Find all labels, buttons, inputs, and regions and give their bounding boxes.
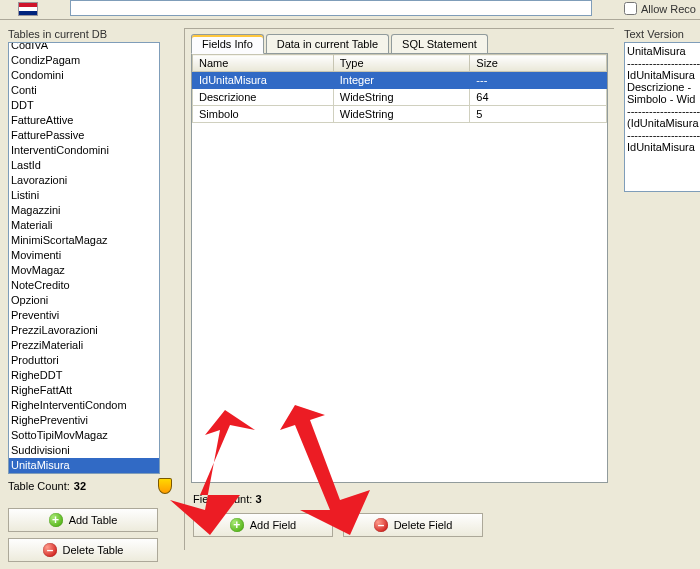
table-row[interactable]: SimboloWideString5 bbox=[193, 106, 607, 123]
table-count-label: Table Count: bbox=[8, 480, 70, 492]
table-count-value: 32 bbox=[74, 480, 86, 492]
field-count-label: Field Count: bbox=[193, 493, 252, 505]
fields-grid-container: Name Type Size IdUnitaMisuraInteger---De… bbox=[191, 53, 608, 483]
fields-grid[interactable]: Name Type Size IdUnitaMisuraInteger---De… bbox=[192, 54, 607, 123]
add-field-label: Add Field bbox=[250, 519, 296, 531]
text-version-panel: Text Version UnitaMisura----------------… bbox=[624, 28, 700, 192]
table-item[interactable]: Conti bbox=[9, 83, 159, 98]
delete-field-button[interactable]: － Delete Field bbox=[343, 513, 483, 537]
tab-sql-statement[interactable]: SQL Statement bbox=[391, 34, 488, 53]
cell-size[interactable]: 64 bbox=[470, 89, 607, 106]
table-item[interactable]: Listini bbox=[9, 188, 159, 203]
table-item[interactable]: RigheDDT bbox=[9, 368, 159, 383]
add-table-button[interactable]: + Add Table bbox=[8, 508, 158, 532]
shield-icon[interactable] bbox=[158, 478, 172, 494]
cell-size[interactable]: 5 bbox=[470, 106, 607, 123]
col-name[interactable]: Name bbox=[193, 55, 334, 72]
text-version-line: UnitaMisura bbox=[627, 45, 700, 57]
cell-name[interactable]: Simbolo bbox=[193, 106, 334, 123]
cell-name[interactable]: IdUnitaMisura bbox=[193, 72, 334, 89]
table-item[interactable]: FattureAttive bbox=[9, 113, 159, 128]
col-type[interactable]: Type bbox=[333, 55, 470, 72]
table-count-row: Table Count: 32 bbox=[8, 478, 172, 494]
tab-fields-info[interactable]: Fields Info bbox=[191, 34, 264, 54]
text-version-title: Text Version bbox=[624, 28, 700, 40]
cell-type[interactable]: WideString bbox=[333, 89, 470, 106]
top-toolbar: Allow Reco bbox=[0, 0, 700, 20]
table-item[interactable]: RighePreventivi bbox=[9, 413, 159, 428]
field-count-row: Field Count: 3 bbox=[185, 489, 614, 509]
text-version-line: IdUnitaMisura bbox=[627, 69, 700, 81]
delete-field-label: Delete Field bbox=[394, 519, 453, 531]
field-buttons: + Add Field － Delete Field bbox=[185, 509, 614, 547]
text-version-line: Simbolo - Wid bbox=[627, 93, 700, 105]
col-size[interactable]: Size bbox=[470, 55, 607, 72]
table-item[interactable]: MovMagaz bbox=[9, 263, 159, 278]
table-item[interactable]: InterventiCondomini bbox=[9, 143, 159, 158]
left-buttons: + Add Table － Delete Table bbox=[8, 508, 172, 562]
table-item[interactable]: PrezziLavorazioni bbox=[9, 323, 159, 338]
allow-checkbox[interactable]: Allow Reco bbox=[624, 2, 696, 15]
delete-table-button[interactable]: － Delete Table bbox=[8, 538, 158, 562]
plus-icon: + bbox=[49, 513, 63, 527]
tables-listbox[interactable]: ArticoliCategorieCodIVACondizPagamCondom… bbox=[8, 42, 160, 474]
left-panel: Tables in current DB ArticoliCategorieCo… bbox=[8, 28, 172, 568]
delete-table-label: Delete Table bbox=[63, 544, 124, 556]
table-item[interactable]: FatturePassive bbox=[9, 128, 159, 143]
table-item[interactable]: Movimenti bbox=[9, 248, 159, 263]
tab-strip: Fields Info Data in current Table SQL St… bbox=[185, 29, 614, 53]
allow-checkbox-input[interactable] bbox=[624, 2, 637, 15]
minus-icon: － bbox=[374, 518, 388, 532]
text-version-line: IdUnitaMisura bbox=[627, 141, 700, 153]
table-item[interactable]: UnitaMisura bbox=[9, 458, 159, 473]
table-row[interactable]: IdUnitaMisuraInteger--- bbox=[193, 72, 607, 89]
text-version-line: Descrizione - bbox=[627, 81, 700, 93]
text-version-line: ----------------------- bbox=[627, 129, 700, 141]
table-row[interactable]: DescrizioneWideString64 bbox=[193, 89, 607, 106]
table-item[interactable]: LastId bbox=[9, 158, 159, 173]
table-item[interactable]: RigheFattAtt bbox=[9, 383, 159, 398]
cell-type[interactable]: WideString bbox=[333, 106, 470, 123]
add-table-label: Add Table bbox=[69, 514, 118, 526]
table-item[interactable]: Magazzini bbox=[9, 203, 159, 218]
table-item[interactable]: RigheInterventiCondom bbox=[9, 398, 159, 413]
table-item[interactable]: SottoTipiMovMagaz bbox=[9, 428, 159, 443]
right-panel: Fields Info Data in current Table SQL St… bbox=[184, 28, 614, 550]
cell-name[interactable]: Descrizione bbox=[193, 89, 334, 106]
table-item[interactable]: Opzioni bbox=[9, 293, 159, 308]
language-flag-icon[interactable] bbox=[18, 2, 38, 16]
field-count-value: 3 bbox=[255, 493, 261, 505]
text-version-line: (IdUnitaMisura bbox=[627, 117, 700, 129]
table-item[interactable]: Preventivi bbox=[9, 308, 159, 323]
tables-title: Tables in current DB bbox=[8, 28, 172, 40]
text-version-line: ----------------------- bbox=[627, 105, 700, 117]
tab-data-in-table[interactable]: Data in current Table bbox=[266, 34, 389, 53]
table-item[interactable]: NoteCredito bbox=[9, 278, 159, 293]
table-item[interactable]: Produttori bbox=[9, 353, 159, 368]
table-item[interactable]: MinimiScortaMagaz bbox=[9, 233, 159, 248]
fields-grid-header-row[interactable]: Name Type Size bbox=[193, 55, 607, 72]
plus-icon: + bbox=[230, 518, 244, 532]
table-item[interactable]: Suddivisioni bbox=[9, 443, 159, 458]
table-item[interactable]: CodIVA bbox=[9, 42, 159, 53]
main-area: Tables in current DB ArticoliCategorieCo… bbox=[8, 28, 700, 569]
cell-size[interactable]: --- bbox=[470, 72, 607, 89]
text-version-line: ----------------------- bbox=[627, 57, 700, 69]
table-item[interactable]: CondizPagam bbox=[9, 53, 159, 68]
allow-checkbox-label: Allow Reco bbox=[641, 3, 696, 15]
cell-type[interactable]: Integer bbox=[333, 72, 470, 89]
table-item[interactable]: Materiali bbox=[9, 218, 159, 233]
table-item[interactable]: DDT bbox=[9, 98, 159, 113]
table-item[interactable]: Lavorazioni bbox=[9, 173, 159, 188]
text-version-box[interactable]: UnitaMisura-----------------------IdUnit… bbox=[624, 42, 700, 192]
table-item[interactable]: Condomini bbox=[9, 68, 159, 83]
minus-icon: － bbox=[43, 543, 57, 557]
toolbar-input[interactable] bbox=[70, 0, 592, 16]
add-field-button[interactable]: + Add Field bbox=[193, 513, 333, 537]
table-item[interactable]: PrezziMateriali bbox=[9, 338, 159, 353]
